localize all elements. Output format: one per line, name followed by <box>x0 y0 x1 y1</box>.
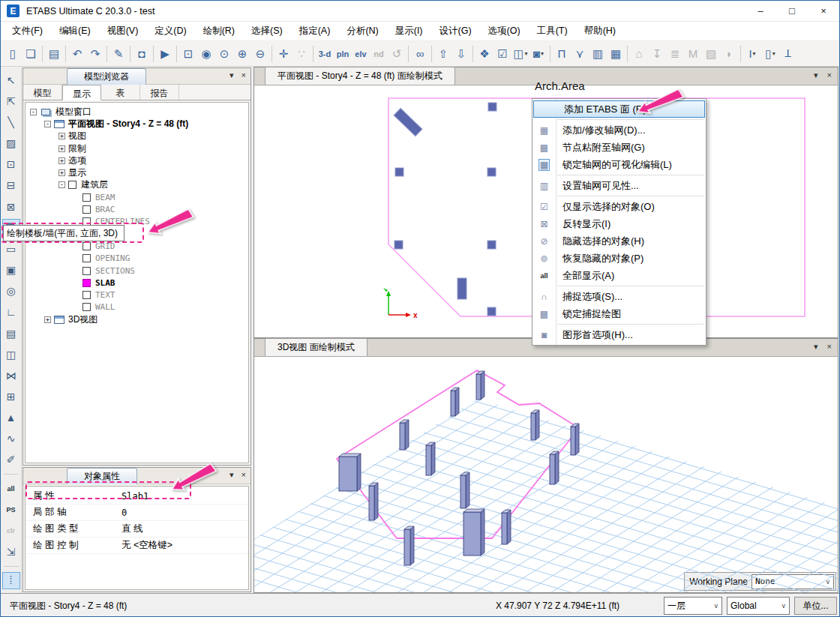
3d-column[interactable] <box>426 442 435 475</box>
menu-item-define[interactable]: 定义(D) <box>146 22 194 40</box>
context-menu-item-invert-display[interactable]: ⊠反转显示(I) <box>532 215 706 232</box>
frame-properties-button[interactable]: I▾ <box>743 44 761 63</box>
extruded-view-areas-button[interactable]: ▦ <box>607 44 625 63</box>
draw-wall-plan-button[interactable]: ∟ <box>2 304 20 321</box>
property-row-draw-type[interactable]: 绘 图 类 型直 线 <box>26 521 248 538</box>
checkbox[interactable] <box>82 267 91 275</box>
plan-view-tab[interactable]: 平面视图 - Story4 - Z = 48 (ft) 面绘制模式 <box>265 67 455 85</box>
quick-draw-beams-button[interactable]: ⊟ <box>2 177 20 194</box>
tab-model[interactable]: 模型 <box>23 85 62 100</box>
3d-column[interactable] <box>404 526 414 565</box>
window-close-button[interactable]: × <box>827 70 832 80</box>
set-view-options-button[interactable]: ◫▾ <box>512 44 530 63</box>
3d-column[interactable] <box>571 424 579 455</box>
draw-frame-line-button[interactable]: ╲ <box>2 113 20 130</box>
draw-frame-objects-button[interactable]: Π <box>553 44 571 63</box>
select-pointer-button[interactable]: ↖ <box>2 71 20 88</box>
reshape-objects-button[interactable]: ⇱ <box>2 92 20 109</box>
tendon-properties-button[interactable]: T <box>779 44 797 63</box>
3d-column[interactable] <box>400 420 409 450</box>
move-up-story-button[interactable]: ⇧ <box>434 44 452 63</box>
menu-item-view[interactable]: 视图(V) <box>99 22 147 40</box>
checkbox[interactable] <box>82 254 91 262</box>
tree-item-layer-slab[interactable]: SLAB <box>26 277 248 289</box>
view-elevation-button[interactable]: elv <box>352 44 370 63</box>
draw-window-grid-button[interactable]: ⊞ <box>2 388 20 405</box>
context-menu-item-show-selection-only[interactable]: ☑仅显示选择的对象(O) <box>532 198 706 215</box>
checkbox[interactable] <box>82 193 91 202</box>
expander-icon[interactable]: - <box>58 181 65 188</box>
quick-draw-braces-button[interactable]: ⊠ <box>2 198 20 215</box>
coordinate-system-combo[interactable]: Global ∨ <box>727 597 790 615</box>
perspective-toggle-button[interactable]: ∞ <box>411 44 429 63</box>
property-row-local-axis[interactable]: 局 部 轴0 <box>26 505 248 521</box>
checkbox[interactable] <box>82 303 91 311</box>
draw-mode-button[interactable]: ✎ <box>110 44 128 63</box>
save-model-button[interactable]: ▤ <box>45 44 63 63</box>
3d-column[interactable] <box>502 510 511 544</box>
tree-item-plan-view[interactable]: -平面视图 - Story4 - Z = 48 (ft) <box>26 118 248 130</box>
restore-full-view-button[interactable]: ◉ <box>197 44 215 63</box>
checkbox[interactable] <box>82 205 91 214</box>
menu-item-design[interactable]: 设计(G) <box>431 22 480 40</box>
context-menu-item-snap-joints-to-grid[interactable]: ▩节点粘附至轴网(G) <box>532 139 706 156</box>
tree-item-layer-text[interactable]: TEXT <box>26 289 248 301</box>
plan-column[interactable] <box>488 168 496 176</box>
zoom-out-button[interactable]: ⊖ <box>251 44 269 63</box>
quick-draw-areas-button[interactable]: ▣ <box>2 261 20 278</box>
menu-item-help[interactable]: 帮助(H) <box>576 22 624 40</box>
pan-view-button[interactable]: ✛ <box>274 44 292 63</box>
plan-column[interactable] <box>395 168 404 176</box>
context-menu-item-lock-grid-visual-edit[interactable]: ▦锁定轴网的可视化编辑(L) <box>532 156 706 173</box>
plan-column[interactable] <box>488 241 496 249</box>
zoom-in-button[interactable]: ⊕ <box>233 44 251 63</box>
reselect-previous-button[interactable]: PS <box>2 501 20 518</box>
context-menu-item-set-grid-visibility[interactable]: ▥设置轴网可见性... <box>532 177 706 194</box>
redo-button[interactable]: ↷ <box>86 44 104 63</box>
draw-on-plane-button[interactable]: ✐ <box>2 451 20 469</box>
menu-item-display[interactable]: 显示(I) <box>387 22 431 40</box>
context-menu-item-show-all[interactable]: all全部显示(A) <box>532 267 706 284</box>
tree-item-layer-wall[interactable]: WALL <box>26 301 248 313</box>
3d-column[interactable] <box>369 483 378 520</box>
expander-icon[interactable]: - <box>30 109 37 115</box>
story-combo[interactable]: 一层 ∨ <box>664 597 722 615</box>
tree-item-options[interactable]: +选项 <box>26 154 248 166</box>
tree-item-layer-brac[interactable]: BRAC <box>26 203 248 215</box>
tree-item-views[interactable]: +视图 <box>26 130 248 142</box>
tree-item-view-3d[interactable]: +3D视图 <box>26 313 248 325</box>
plan-column[interactable] <box>458 278 466 299</box>
3d-column[interactable] <box>460 472 470 508</box>
3d-column[interactable] <box>451 388 459 416</box>
menu-item-draw[interactable]: 绘制(R) <box>195 22 243 40</box>
object-display-options-button[interactable]: ◙▾ <box>530 44 548 63</box>
quick-draw-circle-button[interactable]: ◎ <box>2 283 20 300</box>
tree-item-layer-beam[interactable]: BEAM <box>26 191 248 203</box>
tree-item-display[interactable]: +显示 <box>26 166 248 178</box>
draw-link-button[interactable]: ⋈ <box>2 367 20 384</box>
3d-view-tab[interactable]: 3D视图 面绘制模式 <box>265 338 368 356</box>
object-properties-title[interactable]: 对象属性 <box>67 468 137 484</box>
tree-item-limits[interactable]: +限制 <box>26 142 248 154</box>
expander-icon[interactable]: + <box>58 133 65 139</box>
tab-tables[interactable]: 表 <box>101 85 140 100</box>
close-button[interactable]: × <box>808 1 839 21</box>
window-menu-button[interactable]: ▾ <box>814 70 818 80</box>
view-plan-button[interactable]: pln <box>334 44 352 63</box>
open-model-button[interactable]: ❏ <box>22 44 40 63</box>
wall-properties-button[interactable]: ▯▾ <box>761 44 779 63</box>
run-analysis-button[interactable]: ▶ <box>156 44 174 63</box>
panel-menu-button[interactable]: ▾ <box>230 470 234 480</box>
context-menu-item-snap-options[interactable]: ∩捕捉选项(S)... <box>532 288 706 305</box>
property-row-property[interactable]: 属 性Slab1 <box>26 488 248 505</box>
previous-zoom-button[interactable]: ⊙ <box>215 44 233 63</box>
object-shrink-toggle-button[interactable]: ❖ <box>476 44 494 63</box>
panel-menu-button[interactable]: ▾ <box>230 70 234 80</box>
expander-icon[interactable]: + <box>58 157 65 164</box>
menu-item-select[interactable]: 选择(S) <box>243 22 291 40</box>
quick-draw-walls-button[interactable]: ▤ <box>2 325 20 342</box>
dropdown-arrow-icon[interactable]: ▾ <box>753 50 756 57</box>
tree-item-model-window[interactable]: -模型窗口 <box>26 106 248 118</box>
panel-close-button[interactable]: × <box>242 70 246 80</box>
quick-draw-columns-button[interactable]: ⊡ <box>2 156 20 173</box>
